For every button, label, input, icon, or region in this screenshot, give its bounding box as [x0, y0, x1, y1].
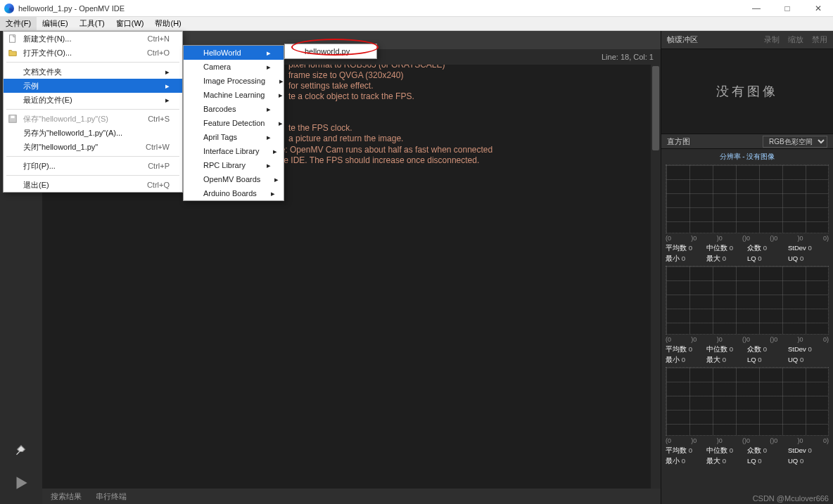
histogram-header: 直方图 RGB色彩空间 — [661, 134, 833, 149]
file-saveas[interactable]: 另存为"helloworld_1.py"(A)... — [4, 126, 182, 140]
file-docfolder[interactable]: 文档文件夹▸ — [4, 65, 182, 79]
file-exit[interactable]: 退出(E) Ctrl+Q — [4, 178, 182, 192]
file-open[interactable]: 打开文件(O)... Ctrl+O — [4, 46, 182, 60]
file-print[interactable]: 打印(P)... Ctrl+P — [4, 159, 182, 173]
file-recent[interactable]: 最近的文件(E)▸ — [4, 93, 182, 107]
hist-graph-b — [666, 367, 829, 436]
examples-apriltags[interactable]: April Tags▸ — [184, 130, 284, 144]
examples-arduinoboards[interactable]: Arduino Boards▸ — [184, 186, 284, 200]
run-icon[interactable] — [11, 473, 31, 493]
cursor-pos: Line: 18, Col: 1 — [602, 53, 654, 61]
hist-graph-r — [666, 164, 829, 233]
examples-featuredet[interactable]: Feature Detection▸ — [184, 116, 284, 130]
file-menu: 新建文件(N)... Ctrl+N 打开文件(O)... Ctrl+O 文档文件… — [3, 31, 183, 193]
menu-bar: 文件(F) 编辑(E) 工具(T) 窗口(W) 帮助(H) — [0, 17, 833, 31]
file-examples[interactable]: 示例▸ — [4, 79, 182, 93]
colormode-select[interactable]: RGB色彩空间 — [763, 136, 827, 148]
close-button[interactable]: ✕ — [808, 4, 829, 13]
maximize-button[interactable]: □ — [777, 4, 798, 13]
hist-b: (0)0)0()0()0)00) 平均数 0中位数 0众数 0StDev 0 最… — [661, 367, 833, 468]
minimize-button[interactable]: — — [746, 4, 767, 13]
svg-rect-0 — [10, 35, 15, 43]
helloworld-py[interactable]: helloworld.py — [285, 44, 376, 58]
right-panel: 帧缓冲区 录制 缩放 禁用 没有图像 直方图 RGB色彩空间 分辨率 - 没有图… — [661, 31, 833, 504]
bottom-bar: 搜索结果 串行终端 — [42, 489, 661, 504]
examples-rpc[interactable]: RPC Library▸ — [184, 158, 284, 172]
tab-serial-terminal[interactable]: 串行终端 — [96, 491, 127, 502]
title-bar: helloworld_1.py - OpenMV IDE — □ ✕ — [0, 0, 833, 17]
app-icon — [4, 4, 14, 13]
menu-edit[interactable]: 编辑(E) — [37, 17, 74, 30]
open-folder-icon — [8, 48, 18, 58]
tab-search-results[interactable]: 搜索结果 — [51, 491, 82, 502]
examples-menu: HelloWorld▸ Camera▸ Image Processing▸ Ma… — [183, 45, 284, 201]
fb-zoom[interactable]: 缩放 — [788, 34, 803, 45]
framebuffer-header: 帧缓冲区 录制 缩放 禁用 — [661, 31, 833, 49]
menu-tools[interactable]: 工具(T) — [74, 17, 110, 30]
file-save[interactable]: 保存"helloworld_1.py"(S) Ctrl+S — [4, 112, 182, 126]
hist-graph-g — [666, 266, 829, 335]
file-new[interactable]: 新建文件(N)... Ctrl+N — [4, 32, 182, 46]
fb-disable[interactable]: 禁用 — [812, 34, 827, 45]
examples-helloworld[interactable]: HelloWorld▸ — [184, 46, 284, 60]
hist-g: (0)0)0()0()0)00) 平均数 0中位数 0众数 0StDev 0 最… — [661, 266, 833, 367]
examples-openmvboards[interactable]: OpenMV Boards▸ — [184, 172, 284, 186]
examples-imageproc[interactable]: Image Processing▸ — [184, 74, 284, 88]
examples-iface[interactable]: Interface Library▸ — [184, 144, 284, 158]
svg-rect-2 — [11, 116, 14, 119]
connect-icon[interactable] — [11, 438, 31, 458]
examples-barcodes[interactable]: Barcodes▸ — [184, 102, 284, 116]
examples-camera[interactable]: Camera▸ — [184, 60, 284, 74]
hist-r: (0)0)0()0()0)00) 平均数 0中位数 0众数 0StDev 0 最… — [661, 164, 833, 266]
resolution-label: 分辨率 - 没有图像 — [661, 149, 833, 164]
menu-help[interactable]: 帮助(H) — [149, 17, 186, 30]
window-controls: — □ ✕ — [746, 4, 829, 13]
fb-record[interactable]: 录制 — [764, 34, 780, 45]
helloworld-menu: helloworld.py — [284, 44, 377, 59]
menu-file[interactable]: 文件(F) — [0, 17, 37, 30]
watermark: CSDN @Mculover666 — [753, 494, 829, 503]
examples-ml[interactable]: Machine Learning▸ — [184, 88, 284, 102]
new-file-icon — [8, 34, 18, 44]
menu-window[interactable]: 窗口(W) — [110, 17, 150, 30]
file-close[interactable]: 关闭"helloworld_1.py" Ctrl+W — [4, 140, 182, 154]
window-title: helloworld_1.py - OpenMV IDE — [18, 4, 125, 13]
save-icon — [8, 114, 18, 124]
editor-scrollbar[interactable] — [651, 65, 661, 489]
no-image-label: 没有图像 — [661, 49, 833, 134]
